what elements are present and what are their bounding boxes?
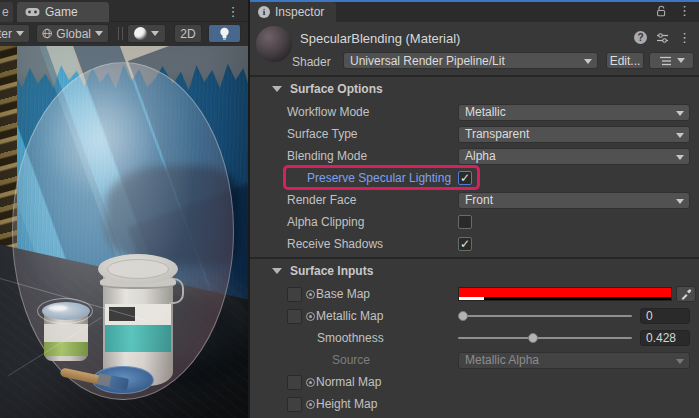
- slider-knob[interactable]: [528, 333, 538, 343]
- lock-icon[interactable]: [655, 5, 667, 20]
- source-label: Source: [287, 353, 458, 367]
- global-local-button[interactable]: Global: [36, 24, 109, 43]
- slider-track[interactable]: [458, 315, 632, 317]
- chevron-down-icon: [676, 111, 684, 116]
- scene-tab-partial-label: e: [2, 5, 9, 19]
- smoothness-row: Smoothness 0.428: [250, 327, 699, 349]
- presets-icon[interactable]: [656, 32, 669, 44]
- receive-shadows-row: Receive Shadows ✓: [250, 233, 699, 255]
- game-viewport[interactable]: [0, 46, 248, 418]
- gamepad-icon: [25, 7, 40, 17]
- slider-track[interactable]: [458, 337, 632, 339]
- inspector-tab[interactable]: i Inspector: [250, 2, 336, 22]
- base-map-row: Base Map: [250, 283, 699, 305]
- shader-label: Shader: [292, 55, 331, 69]
- alpha-clipping-row: Alpha Clipping ✓: [250, 211, 699, 233]
- normal-map-row: Normal Map: [250, 371, 699, 393]
- shader-edit-button[interactable]: Edit...: [606, 52, 644, 69]
- workflow-mode-label: Workflow Mode: [287, 105, 458, 119]
- smoothness-source-row: Source Metallic Alpha: [250, 349, 699, 371]
- render-face-dropdown[interactable]: Front: [458, 192, 690, 209]
- toolbar-separator: [118, 27, 123, 40]
- smoothness-label: Smoothness: [287, 331, 458, 345]
- pivot-mode-button[interactable]: ter: [0, 24, 30, 43]
- game-tab-label: Game: [45, 5, 78, 19]
- metallic-map-label: Metallic Map: [316, 309, 458, 323]
- render-face-row: Render Face Front: [250, 189, 699, 211]
- height-map-row: Height Map: [250, 393, 699, 415]
- shader-dropdown[interactable]: Universal Render Pipeline/Lit: [343, 52, 598, 69]
- base-map-label: Base Map: [316, 287, 458, 301]
- receive-shadows-checkbox[interactable]: ✓: [458, 237, 472, 251]
- chevron-down-icon: [151, 31, 159, 36]
- list-icon: [659, 56, 672, 66]
- alpha-clipping-label: Alpha Clipping: [287, 215, 458, 229]
- base-map-color-swatch[interactable]: [458, 287, 672, 301]
- metallic-value-field[interactable]: 0: [640, 308, 690, 324]
- game-tabbar: e Game ⋮: [0, 0, 248, 22]
- checkmark-icon: ✓: [460, 239, 470, 249]
- render-face-label: Render Face: [287, 193, 458, 207]
- inspector-menu-icon[interactable]: ⋮: [678, 3, 691, 18]
- chevron-down-icon: [676, 359, 684, 364]
- mode-2d-label: 2D: [180, 27, 195, 41]
- preserve-specular-checkbox[interactable]: ✓: [458, 171, 472, 185]
- material-preview-thumbnail[interactable]: [256, 26, 292, 62]
- inspector-tabbar: i Inspector ⋮: [250, 0, 699, 22]
- shader-menu-button[interactable]: [649, 52, 694, 69]
- preserve-specular-label: Preserve Specular Lighting: [287, 171, 458, 185]
- pivot-mode-label: ter: [0, 27, 12, 41]
- alpha-clipping-checkbox[interactable]: ✓: [458, 215, 472, 229]
- workflow-mode-dropdown[interactable]: Metallic: [458, 104, 690, 121]
- material-title: SpecularBlending (Material): [300, 31, 460, 46]
- blending-mode-dropdown[interactable]: Alpha: [458, 148, 690, 165]
- shaded-sphere-icon: [134, 27, 147, 40]
- receive-shadows-label: Receive Shadows: [287, 237, 458, 251]
- scene-vignette: [0, 46, 248, 418]
- normal-map-label: Normal Map: [316, 375, 458, 389]
- chevron-down-icon: [677, 58, 685, 63]
- material-header: SpecularBlending (Material) ? ⋮ Shader U…: [250, 22, 699, 75]
- height-map-texture-slot[interactable]: [287, 397, 302, 412]
- surface-options-header[interactable]: Surface Options: [250, 77, 699, 101]
- inspector-panel: i Inspector ⋮ SpecularBlending (Material…: [250, 0, 699, 418]
- game-toolbar: ter Global 2D: [0, 22, 248, 46]
- mode-2d-button[interactable]: 2D: [174, 24, 202, 43]
- scene-tab-partial[interactable]: e: [0, 2, 13, 22]
- normal-map-texture-slot[interactable]: [287, 375, 302, 390]
- metallic-map-texture-slot[interactable]: [287, 309, 302, 324]
- game-panel-menu-icon[interactable]: ⋮: [226, 3, 240, 19]
- base-map-texture-slot[interactable]: [287, 287, 302, 302]
- scene-lighting-button[interactable]: [208, 24, 241, 43]
- chevron-down-icon: [676, 133, 684, 138]
- chevron-down-icon: [95, 31, 103, 36]
- object-picker-icon[interactable]: [304, 378, 316, 387]
- checkmark-icon: ✓: [460, 173, 470, 183]
- shader-dropdown-value: Universal Render Pipeline/Lit: [350, 54, 505, 68]
- unity-editor: e Game ⋮ ter: [0, 0, 699, 418]
- slider-knob[interactable]: [458, 311, 468, 321]
- smoothness-slider[interactable]: [458, 330, 632, 346]
- shading-mode-button[interactable]: [127, 24, 166, 43]
- panel-focus-indicator: [250, 0, 699, 2]
- chevron-down-icon: [16, 31, 24, 36]
- help-icon[interactable]: ?: [634, 31, 647, 44]
- chevron-down-icon: [584, 59, 592, 64]
- smoothness-value-field[interactable]: 0.428: [640, 330, 690, 346]
- surface-type-dropdown[interactable]: Transparent: [458, 126, 690, 143]
- metallic-slider[interactable]: [458, 308, 632, 324]
- lightbulb-icon: [219, 27, 230, 41]
- game-tab[interactable]: Game: [17, 2, 109, 22]
- object-picker-icon[interactable]: [304, 400, 316, 409]
- preserve-specular-row: Preserve Specular Lighting ✓: [250, 167, 699, 189]
- object-picker-icon[interactable]: [304, 312, 316, 321]
- inspector-tab-label: Inspector: [275, 5, 324, 19]
- chevron-down-icon: [676, 199, 684, 204]
- object-picker-icon[interactable]: [304, 290, 316, 299]
- foldout-arrow-icon: [272, 268, 282, 274]
- material-menu-icon[interactable]: ⋮: [678, 30, 691, 45]
- eyedropper-button[interactable]: [676, 286, 696, 302]
- surface-type-row: Surface Type Transparent: [250, 123, 699, 145]
- surface-inputs-header[interactable]: Surface Inputs: [250, 259, 699, 283]
- chevron-down-icon: [676, 155, 684, 160]
